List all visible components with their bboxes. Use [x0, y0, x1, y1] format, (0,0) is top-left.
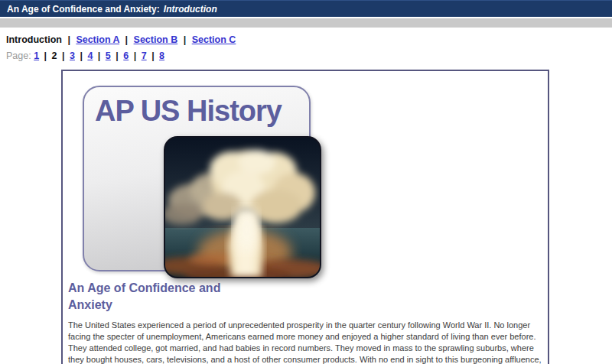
- page-link-5[interactable]: 5: [106, 50, 111, 61]
- lesson-title: An Age of Confidence and Anxiety:: [7, 4, 160, 15]
- page-separator: |: [44, 50, 47, 61]
- page-link-3[interactable]: 3: [70, 50, 75, 61]
- nav-separator: |: [184, 34, 187, 45]
- page-link-4[interactable]: 4: [87, 50, 93, 61]
- nav-item-section-a[interactable]: Section A: [76, 34, 119, 45]
- page-nav-label: Page:: [6, 50, 31, 61]
- lesson-content-box: AP US History: [61, 70, 549, 364]
- page-separator: |: [151, 50, 155, 61]
- course-title: AP US History: [95, 95, 309, 128]
- nav-item-introduction: Introduction: [6, 34, 62, 45]
- page-link-6[interactable]: 6: [123, 50, 129, 61]
- gray-divider-bar: [0, 18, 612, 28]
- page-separator: |: [98, 50, 101, 61]
- lesson-content: AP US History: [63, 71, 548, 364]
- nav-item-section-c[interactable]: Section C: [192, 34, 236, 45]
- section-nav: Introduction | Section A | Section B | S…: [6, 34, 612, 45]
- page-separator: |: [116, 50, 119, 61]
- lesson-title-bar: An Age of Confidence and Anxiety: Introd…: [0, 0, 612, 17]
- page-separator: |: [134, 50, 137, 61]
- course-banner-area: AP US History: [68, 72, 321, 280]
- page-separator: |: [62, 50, 65, 61]
- page-current-2: 2: [52, 50, 57, 61]
- nav-separator: |: [67, 34, 70, 45]
- nav-item-section-b[interactable]: Section B: [134, 34, 178, 45]
- page-separator: |: [80, 50, 83, 61]
- nav-separator: |: [125, 34, 129, 45]
- lesson-title-section: Introduction: [164, 4, 217, 15]
- page-link-1[interactable]: 1: [34, 50, 39, 61]
- article-paragraph-1: The United States experienced a period o…: [68, 320, 542, 364]
- mushroom-cloud-photo: [164, 136, 321, 278]
- page-link-7[interactable]: 7: [142, 50, 147, 61]
- page-link-8[interactable]: 8: [159, 50, 164, 61]
- page-nav: Page: 1 | 2 | 3 | 4 | 5 | 6 | 7 | 8: [6, 50, 612, 61]
